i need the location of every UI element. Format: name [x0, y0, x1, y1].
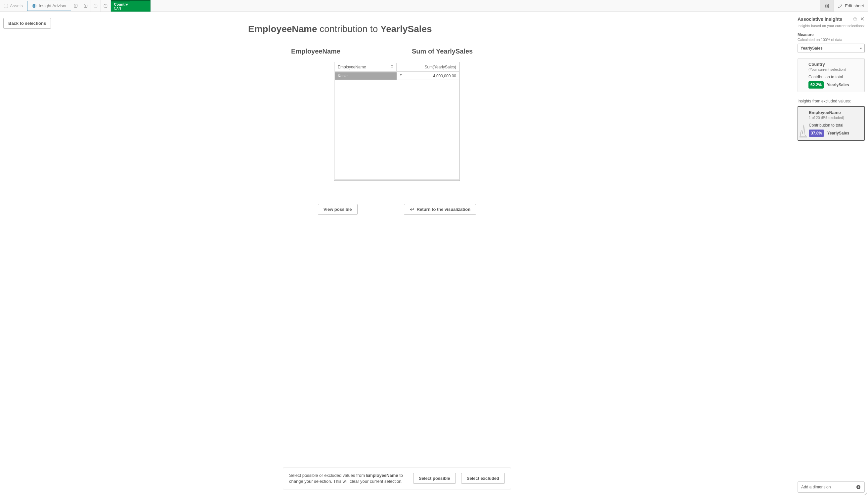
selection-options-icon [103, 3, 108, 9]
panel-title: Associative insights [797, 17, 850, 22]
select-possible-button[interactable]: Select possible [413, 473, 456, 484]
card-excluded-pct: 37.8% [809, 129, 824, 137]
svg-rect-9 [827, 6, 829, 7]
cell-val: ▼4,000,000.00 [397, 72, 459, 80]
column-header-measure[interactable]: Sum(YearlySales) [397, 63, 459, 72]
edit-sheet-label: Edit sheet [845, 3, 864, 8]
assets-label: Assets [10, 3, 23, 8]
selection-tool-forward[interactable] [81, 0, 91, 12]
add-dimension-button[interactable]: Add a dimension [797, 481, 865, 493]
measure-section-sub: Calculated on 100% of data [797, 38, 865, 42]
cell-dim: Kasie [335, 72, 396, 80]
select-excluded-button[interactable]: Select excluded [461, 473, 505, 484]
search-icon[interactable] [390, 65, 394, 69]
selection-field-label: Country [114, 2, 140, 6]
assets-button[interactable]: Assets [0, 0, 27, 12]
svg-point-10 [391, 65, 393, 67]
card-excluded-measure: YearlySales [827, 131, 850, 136]
card-current-title: Country [808, 62, 861, 67]
card-excluded-contrib-label: Contribution to total [809, 123, 861, 127]
title-measure: YearlySales [380, 24, 432, 34]
svg-point-5 [105, 5, 106, 6]
selection-tag-country[interactable]: Country CAN [111, 0, 150, 12]
excluded-section-label: Insights from excluded values: [797, 99, 865, 104]
panel-subtitle: Insights based on your current selection… [797, 24, 865, 28]
page-title: EmployeeName contribution to YearlySales [248, 24, 546, 34]
svg-rect-2 [84, 4, 87, 7]
top-toolbar: Assets Insight Advisor Country CAN Edit … [0, 0, 868, 12]
resize-handle-icon [863, 491, 867, 495]
insight-advisor-label: Insight Advisor [39, 3, 67, 8]
return-to-visualization-button[interactable]: Return to the visualization [404, 204, 476, 215]
selection-stripe [111, 1, 131, 2]
card-current-selection[interactable]: Country (Your current selection) Contrib… [797, 58, 865, 92]
selection-tool-clear[interactable] [91, 0, 101, 12]
hint-text: Select possible or excluded values from … [289, 472, 408, 484]
close-icon[interactable]: ✕ [860, 17, 865, 21]
selection-tool-back[interactable] [71, 0, 81, 12]
subheaders: EmployeeName Sum of YearlySales [248, 48, 546, 55]
svg-point-0 [33, 5, 35, 6]
selection-tool-options[interactable] [101, 0, 111, 12]
edit-sheet-button[interactable]: Edit sheet [833, 0, 868, 12]
column-header-dim[interactable]: EmployeeName [335, 63, 396, 72]
column-header-dim-label: EmployeeName [338, 65, 366, 69]
card-current-measure: YearlySales [827, 83, 849, 87]
title-dim: EmployeeName [248, 24, 317, 34]
subheader-left: EmployeeName [248, 48, 412, 55]
card-excluded-meta: 1 of 20 (5% excluded) [809, 116, 861, 120]
table-filler [335, 81, 459, 180]
insights-panel-toggle[interactable] [820, 0, 833, 12]
table-row[interactable]: Kasie▼4,000,000.00 [335, 72, 459, 80]
selection-forward-icon [83, 3, 88, 9]
svg-rect-8 [825, 6, 826, 7]
hint-bar: Select possible or excluded values from … [283, 468, 511, 490]
card-current-contrib-label: Contribution to total [808, 75, 861, 79]
sort-desc-icon: ▼ [399, 73, 403, 77]
insight-advisor-button[interactable]: Insight Advisor [27, 1, 71, 11]
back-to-selections-button[interactable]: Back to selections [3, 18, 51, 29]
insight-advisor-icon [31, 3, 37, 9]
add-dimension-label: Add a dimension [801, 485, 830, 490]
insights-grid-icon [824, 3, 829, 9]
svg-rect-1 [74, 4, 77, 7]
main-area: Back to selections EmployeeName contribu… [0, 12, 868, 496]
return-label: Return to the visualization [417, 207, 471, 212]
title-mid: contribution to [317, 24, 380, 34]
assets-icon [4, 4, 8, 8]
help-icon[interactable]: ? [853, 17, 857, 21]
card-current-meta: (Your current selection) [808, 67, 861, 72]
subheader-right: Sum of YearlySales [412, 48, 473, 55]
pencil-icon [838, 3, 843, 9]
measure-select-value: YearlySales [800, 46, 823, 50]
view-possible-button[interactable]: View possible [318, 204, 358, 215]
svg-rect-13 [799, 136, 807, 138]
chevron-down-icon: ▾ [860, 47, 862, 50]
return-icon [409, 207, 414, 212]
selection-value-label: CAN [114, 6, 140, 10]
mid-buttons: View possible Return to the visualizatio… [248, 204, 546, 215]
content-area: Back to selections EmployeeName contribu… [0, 12, 794, 496]
svg-rect-7 [827, 4, 829, 5]
svg-text:?: ? [854, 18, 856, 20]
plus-circle-icon [856, 484, 861, 490]
selection-back-icon [73, 3, 78, 9]
card-excluded-employeename[interactable]: EmployeeName 1 of 20 (5% excluded) Contr… [797, 106, 865, 141]
sparkline-icon [799, 123, 807, 138]
card-excluded-title: EmployeeName [809, 110, 861, 115]
svg-rect-6 [825, 4, 826, 5]
associative-insights-panel: Associative insights ? ✕ Insights based … [794, 12, 868, 496]
selection-clear-icon [93, 3, 98, 9]
card-current-pct: 62.2% [808, 81, 824, 89]
measure-select[interactable]: YearlySales ▾ [797, 44, 865, 53]
measure-section-label: Measure [797, 32, 865, 37]
data-table: EmployeeName Sum(YearlySales) Kasie▼4,00… [334, 62, 460, 181]
